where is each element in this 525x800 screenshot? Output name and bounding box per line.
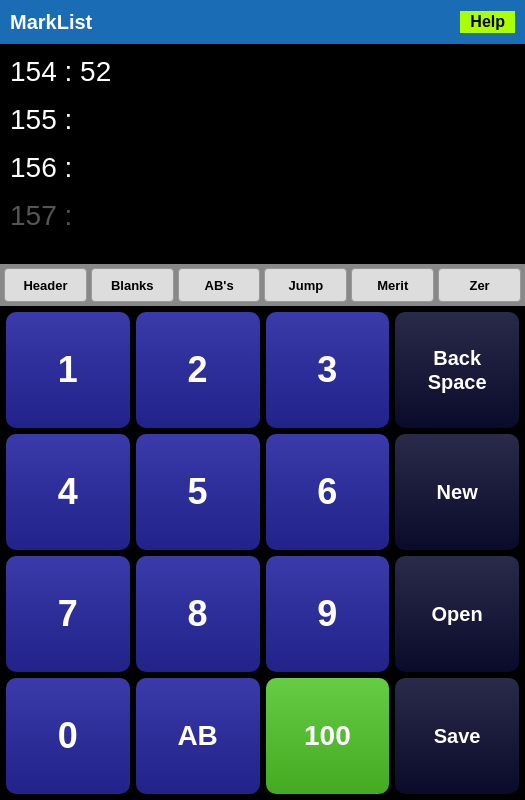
keypad: 1 2 3 BackSpace 4 5 6 New 7 8 9 Open 0 A… [0,306,525,800]
app-title: MarkList [10,11,92,34]
abs-button[interactable]: AB's [178,268,261,302]
blanks-button[interactable]: Blanks [91,268,174,302]
key-2[interactable]: 2 [136,312,260,428]
save-button[interactable]: Save [395,678,519,794]
hundred-button[interactable]: 100 [266,678,390,794]
key-0[interactable]: 0 [6,678,130,794]
jump-button[interactable]: Jump [264,268,347,302]
zer-button[interactable]: Zer [438,268,521,302]
help-button[interactable]: Help [460,11,515,33]
key-3[interactable]: 3 [266,312,390,428]
list-area: 154 : 52 155 : 156 : 157 : [0,44,525,264]
title-bar: MarkList Help [0,0,525,44]
open-button[interactable]: Open [395,556,519,672]
key-6[interactable]: 6 [266,434,390,550]
key-5[interactable]: 5 [136,434,260,550]
list-row: 157 : [10,192,515,240]
toolbar: Header Blanks AB's Jump Merit Zer [0,264,525,306]
list-row: 155 : [10,96,515,144]
ab-button[interactable]: AB [136,678,260,794]
list-row: 156 : [10,144,515,192]
new-button[interactable]: New [395,434,519,550]
backspace-button[interactable]: BackSpace [395,312,519,428]
list-row: 154 : 52 [10,48,515,96]
merit-button[interactable]: Merit [351,268,434,302]
key-4[interactable]: 4 [6,434,130,550]
header-button[interactable]: Header [4,268,87,302]
key-7[interactable]: 7 [6,556,130,672]
key-9[interactable]: 9 [266,556,390,672]
key-1[interactable]: 1 [6,312,130,428]
key-8[interactable]: 8 [136,556,260,672]
